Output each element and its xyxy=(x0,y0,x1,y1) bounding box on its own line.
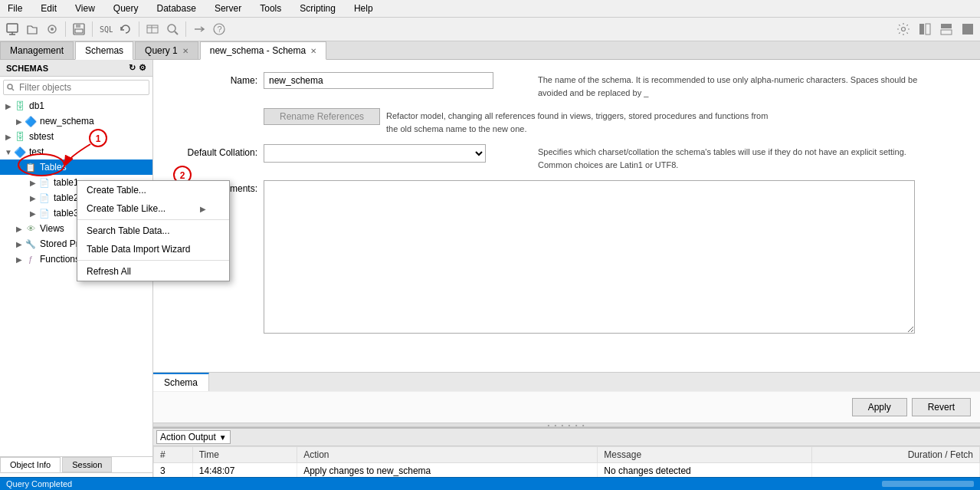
tree-label-sbtest: sbtest xyxy=(29,131,54,142)
query1-tab-label: Query 1 xyxy=(145,45,178,56)
tree-label-t1: table1 xyxy=(54,177,79,188)
collation-row: Default Collation: Specifies which chars… xyxy=(166,144,968,171)
filter-input[interactable] xyxy=(3,80,149,95)
output-table: # Time Action Message Duration / Fetch 3… xyxy=(153,446,980,479)
rename-btn-wrap: Rename References xyxy=(264,108,380,125)
schema-editor-tab-label: new_schema - Schema xyxy=(210,45,306,56)
tree-label-test: test xyxy=(29,146,44,157)
expand-t3: ▶ xyxy=(28,209,38,218)
tree-label-new-schema: new_schema xyxy=(40,116,94,127)
db-icon-sbtest: 🗄 xyxy=(14,130,26,143)
schemas-tab[interactable]: Schemas xyxy=(75,41,133,60)
menu-view[interactable]: View xyxy=(70,2,100,15)
svg-point-4 xyxy=(51,28,54,31)
tree-item-sbtest[interactable]: ▶ 🗄 sbtest xyxy=(0,129,152,144)
collation-select[interactable] xyxy=(264,144,486,163)
menu-database[interactable]: Database xyxy=(152,2,201,15)
output-label: Action Output xyxy=(160,432,216,442)
collation-help: Specifies which charset/collation the sc… xyxy=(538,144,921,171)
menu-file[interactable]: File xyxy=(3,2,27,15)
table-icon-t1: 📄 xyxy=(38,176,51,189)
context-refresh-all[interactable]: Refresh All xyxy=(77,262,229,281)
tree-item-db1[interactable]: ▶ 🗄 db1 xyxy=(0,98,152,113)
output-select[interactable]: Action Output ▼ xyxy=(156,430,231,444)
reconnect-btn[interactable] xyxy=(116,20,135,38)
tab-bar: Management Schemas Query 1 ✕ new_schema … xyxy=(0,41,980,60)
tree-label-db1: db1 xyxy=(29,100,44,111)
svg-rect-17 xyxy=(919,24,924,35)
expand-func: ▶ xyxy=(14,255,25,264)
menu-separator-1 xyxy=(77,219,229,220)
separator-2 xyxy=(92,21,93,37)
name-input[interactable] xyxy=(264,72,493,89)
stored-icon: 🔧 xyxy=(25,238,37,250)
tree-item-tables[interactable]: ▼ 📋 Tables xyxy=(0,159,152,175)
sidebar-refresh-icon[interactable]: ↻ xyxy=(129,63,136,73)
collation-label: Default Collation: xyxy=(166,144,257,158)
context-create-table-like[interactable]: Create Table Like... ▶ xyxy=(77,199,229,218)
panel1-btn[interactable] xyxy=(916,20,934,38)
schema-editor-tab[interactable]: new_schema - Schema ✕ xyxy=(200,41,326,60)
query1-tab-close[interactable]: ✕ xyxy=(182,47,188,55)
col-action: Action xyxy=(297,447,598,463)
col-num: # xyxy=(154,447,193,463)
menu-server[interactable]: Server xyxy=(210,2,246,15)
sidebar-settings-icon[interactable]: ⚙ xyxy=(139,63,146,73)
rename-help: Refactor model, changing all references … xyxy=(386,108,769,135)
apply-button[interactable]: Apply xyxy=(852,398,907,416)
tree-item-new-schema[interactable]: ▶ 🔷 new_schema xyxy=(0,113,152,129)
expand-new-schema: ▶ xyxy=(14,117,25,126)
save-btn[interactable] xyxy=(70,20,88,38)
context-create-table[interactable]: Create Table... xyxy=(77,181,229,199)
submenu-arrow-icon: ▶ xyxy=(200,205,206,213)
management-tab[interactable]: Management xyxy=(0,41,74,59)
schema-icon-new: 🔷 xyxy=(25,115,37,127)
context-search-table[interactable]: Search Table Data... xyxy=(77,222,229,240)
svg-point-16 xyxy=(902,28,906,31)
open-btn[interactable] xyxy=(23,20,41,38)
help-btn[interactable]: ? xyxy=(210,20,228,38)
tree-label-functions: Functions xyxy=(40,254,80,265)
revert-button[interactable]: Revert xyxy=(912,398,971,416)
new-connection-btn[interactable] xyxy=(3,20,21,38)
object-info-tab[interactable]: Object Info xyxy=(0,457,61,472)
expand-t1: ▶ xyxy=(28,179,38,187)
rename-references-button[interactable]: Rename References xyxy=(264,108,380,125)
context-import-wizard[interactable]: Table Data Import Wizard xyxy=(77,240,229,258)
sidebar-filter xyxy=(0,77,152,98)
menu-tools[interactable]: Tools xyxy=(255,2,286,15)
comments-textarea[interactable] xyxy=(264,180,915,334)
menu-edit[interactable]: Edit xyxy=(36,2,61,15)
svg-point-12 xyxy=(168,25,175,32)
menu-scripting[interactable]: Scripting xyxy=(295,2,340,15)
expand-t2: ▶ xyxy=(28,194,38,202)
menu-query[interactable]: Query xyxy=(109,2,143,15)
settings-btn[interactable] xyxy=(894,20,913,38)
panel2-btn[interactable] xyxy=(937,20,955,38)
toolbar: SQL ? xyxy=(0,18,980,41)
management-tab-label: Management xyxy=(10,45,64,56)
manage-btn[interactable] xyxy=(43,20,61,38)
expand-test: ▼ xyxy=(3,148,14,156)
schema-editor-tab-close[interactable]: ✕ xyxy=(310,47,316,55)
func-icon: ƒ xyxy=(25,253,37,265)
expand-views: ▶ xyxy=(14,225,25,233)
panel3-btn[interactable] xyxy=(959,20,977,38)
tab-schema[interactable]: Schema xyxy=(153,373,209,391)
sql-btn[interactable]: SQL xyxy=(97,20,115,38)
tree-label-t2: table2 xyxy=(54,192,79,203)
tables-btn[interactable] xyxy=(143,20,162,38)
dropdown-arrow-icon: ▼ xyxy=(219,433,227,442)
table-group-icon: 📋 xyxy=(25,161,37,173)
rename-row: Rename References Refactor model, changi… xyxy=(166,108,968,135)
migration-btn[interactable] xyxy=(190,20,208,38)
inspector-btn[interactable] xyxy=(163,20,182,38)
tree-item-test[interactable]: ▼ 🔷 test xyxy=(0,144,152,159)
sidebar-header: SCHEMAS ↻ ⚙ xyxy=(0,60,152,77)
table-icon-t3: 📄 xyxy=(38,207,51,219)
svg-rect-18 xyxy=(926,24,930,35)
col-message: Message xyxy=(598,447,811,463)
session-tab[interactable]: Session xyxy=(62,457,112,472)
menu-help[interactable]: Help xyxy=(349,2,378,15)
query1-tab[interactable]: Query 1 ✕ xyxy=(135,41,198,59)
